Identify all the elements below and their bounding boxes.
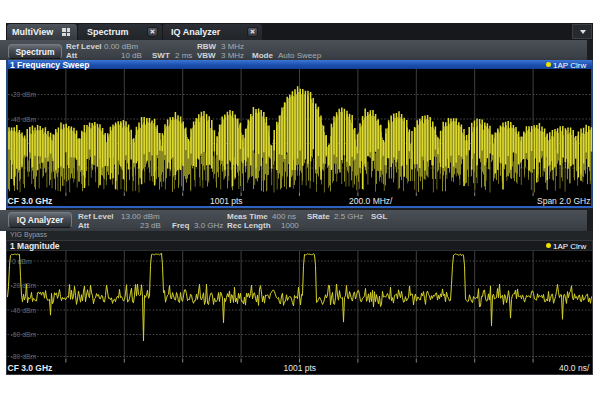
svg-text:-20 dBm: -20 dBm: [11, 91, 37, 98]
svg-text:-80 dBm: -80 dBm: [11, 353, 37, 360]
svg-text:-40 dBm: -40 dBm: [11, 116, 37, 123]
svg-text:-20 dBm: -20 dBm: [11, 282, 37, 289]
svg-text:-40 dBm: -40 dBm: [11, 307, 37, 314]
svg-text:0 dBm: 0 dBm: [12, 258, 32, 265]
svg-text:-60 dBm: -60 dBm: [11, 331, 37, 338]
